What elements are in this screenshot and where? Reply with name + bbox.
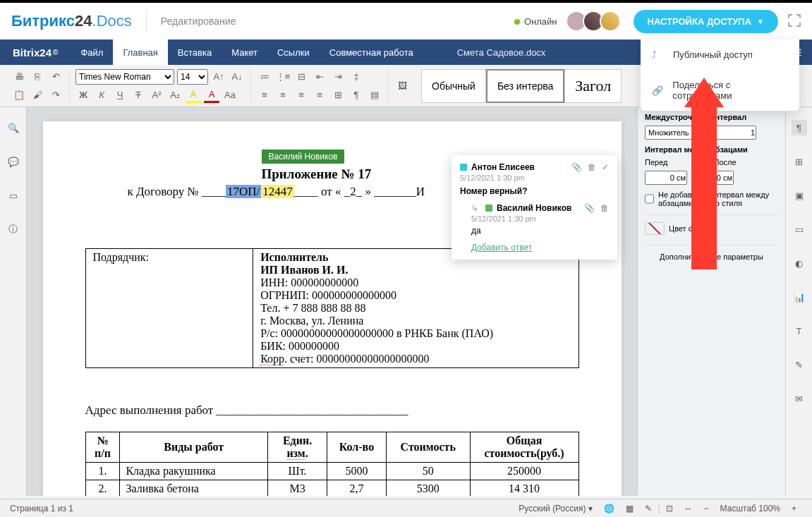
redo-icon[interactable]: ↷ [48,87,63,103]
comment-popup: Антон Елисеев 📎 🗑 ✓ 5/12/2021 1:30 pm Но… [452,155,617,260]
align-justify-icon[interactable]: ≡ [312,87,327,103]
header-icon[interactable]: ▭ [792,221,807,237]
topbar: Битрикс24.Docs Редактирование Онлайн НАС… [0,0,812,39]
merge-icon[interactable]: ⊞ [330,87,346,103]
indent-icon[interactable]: ⇥ [330,69,346,85]
para-settings-icon[interactable]: ¶ [792,120,807,135]
align-center-icon[interactable]: ≡ [275,87,291,103]
italic-icon[interactable]: К [94,87,109,103]
works-table: № п/п Виды работ Един.изм. Кол-во Стоимо… [85,432,579,496]
fontcolor-icon[interactable]: A [204,87,219,103]
style-nospace[interactable]: Без интерва [486,69,564,103]
text-icon[interactable]: T [792,323,807,339]
share-colleagues-item[interactable]: 🔗 Поделиться с сотрудниками [641,70,799,111]
paste-icon[interactable]: 📋 [11,87,27,103]
numbers-icon[interactable]: ⋮≡ [275,69,291,85]
space-after[interactable] [691,171,734,185]
reply-arrow-icon: ↳ [471,203,478,213]
user-color-icon [485,205,492,212]
delete-icon[interactable]: 🗑 [588,162,596,172]
attach-icon[interactable]: 📎 [584,203,595,213]
zoom-level[interactable]: Масштаб 100% [715,504,786,513]
status-dot-icon [514,19,520,25]
delete-icon[interactable]: 🗑 [600,203,609,213]
insert-pic-icon[interactable]: 🖼 [394,78,410,94]
tab-links[interactable]: Ссылки [267,39,320,65]
font-dec-icon[interactable]: A↓ [229,69,245,85]
fit-page-icon[interactable]: ⊡ [660,504,679,513]
search-icon[interactable]: 🔍 [6,120,21,135]
tab-file[interactable]: Файл [71,39,113,65]
comments-icon[interactable]: 💬 [6,154,21,169]
divider [146,11,147,32]
public-access-item[interactable]: ⤴ Публичный доступ [641,39,799,70]
share-icon: ⤴ [652,49,665,60]
paragraph-panel: Междустрочный интервал Множитель Интерва… [637,107,785,496]
align-right-icon[interactable]: ≡ [293,87,309,103]
fullscreen-icon[interactable] [788,14,801,29]
bold-icon[interactable]: Ж [75,87,91,103]
left-rail: 🔍 💬 ▭ ⓘ [0,107,27,496]
bgcolor-swatch[interactable] [645,222,665,235]
zoom-out-icon[interactable]: − [698,504,715,513]
line-spacing-value[interactable] [714,126,756,140]
space-before[interactable] [645,171,687,185]
align-left-icon[interactable]: ≡ [257,87,272,103]
access-dropdown: ⤴ Публичный доступ 🔗 Поделиться с сотруд… [641,39,799,111]
shade-icon[interactable]: ▤ [367,87,382,103]
signature-icon[interactable]: ✎ [792,357,807,372]
mail-icon[interactable]: ✉ [792,391,807,406]
table-icon[interactable]: ⊞ [792,154,807,169]
style-heading[interactable]: Загол [564,69,622,103]
canvas: Василий Новиков Приложение № 17 к Догово… [27,107,785,496]
spell-icon[interactable]: ▦ [620,504,639,513]
add-reply-link[interactable]: Добавить ответ [471,243,609,253]
more-params-link[interactable]: Дополнительные параметры [645,245,778,261]
avatar[interactable] [600,11,621,32]
font-select[interactable]: Times New Roman [75,69,174,85]
dedent-icon[interactable]: ⇤ [312,69,327,85]
bullets-icon[interactable]: ≔ [257,69,272,85]
sub-icon[interactable]: A₂ [167,87,183,103]
zoom-in-icon[interactable]: + [786,504,802,513]
size-select[interactable]: 14 [177,69,208,85]
trackchanges-icon[interactable]: ✎ [639,504,658,513]
tab-home[interactable]: Главная [113,39,167,65]
undo-icon[interactable]: ↶ [48,69,63,85]
statusbar: Страница 1 из 1 Русский (Россия) ▾ 🌐 ▦ ✎… [0,499,812,517]
attach-icon[interactable]: 📎 [571,162,582,172]
brush-icon[interactable]: 🖌 [30,87,45,103]
parties-table: Подрядчик: Исполнитель ИП Иванов И. И. И… [85,248,579,368]
language-selector[interactable]: Русский (Россия) ▾ [513,504,598,513]
style-normal[interactable]: Обычный [421,69,486,103]
line-spacing-type[interactable]: Множитель [645,126,710,140]
address-line: Адрес выполнения работ _________________… [85,403,579,418]
fit-width-icon[interactable]: ↔ [679,504,698,513]
tab-collab[interactable]: Совместная работа [320,39,423,65]
tab-layout[interactable]: Макет [222,39,267,65]
highlight-icon[interactable]: A [186,87,201,103]
no-add-interval-checkbox[interactable] [645,190,654,207]
info-icon[interactable]: ⓘ [6,221,21,237]
access-settings-button[interactable]: НАСТРОЙКА ДОСТУПА▼ [634,10,778,33]
headings-icon[interactable]: ▭ [6,188,21,203]
underline-icon[interactable]: Ч [112,87,128,103]
strike-icon[interactable]: Ŧ [131,87,146,103]
right-rail: ¶ ⊞ ▣ ▭ ◐ 📊 T ✎ ✉ [785,107,812,496]
image-icon[interactable]: ▣ [792,188,807,203]
logo: Битрикс24.Docs [11,12,132,30]
print-icon[interactable]: 🖶 [11,69,27,85]
para-icon[interactable]: ¶ [349,87,364,103]
spellcheck-icon[interactable]: 🌐 [598,504,620,513]
chart-icon[interactable]: 📊 [792,289,807,305]
multilist-icon[interactable]: ⊟ [293,69,309,85]
case-icon[interactable]: Aa [222,87,238,103]
chevron-down-icon: ▼ [757,18,764,25]
copy-icon[interactable]: ⎘ [30,69,45,85]
resolve-icon[interactable]: ✓ [602,162,609,172]
shape-icon[interactable]: ◐ [792,255,807,271]
super-icon[interactable]: A² [149,87,164,103]
tab-insert[interactable]: Вставка [168,39,222,65]
linespace-icon[interactable]: ‡ [349,69,364,85]
font-inc-icon[interactable]: A↑ [211,69,226,85]
